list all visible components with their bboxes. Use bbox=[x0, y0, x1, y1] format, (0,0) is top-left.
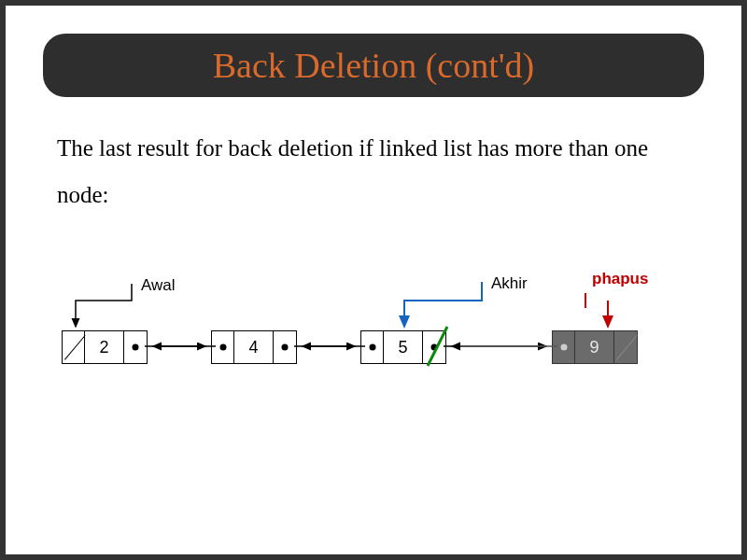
linked-list-diagram: Awal Akhir phapus 2 4 5 9 bbox=[57, 314, 711, 426]
slide-title: Back Deletion (cont'd) bbox=[213, 46, 535, 85]
title-bar: Back Deletion (cont'd) bbox=[43, 34, 704, 97]
body-text: The last result for back deletion if lin… bbox=[57, 125, 690, 218]
label-awal: Awal bbox=[141, 276, 176, 295]
label-phapus: phapus bbox=[592, 270, 648, 288]
arrows bbox=[57, 314, 711, 426]
slide: Back Deletion (cont'd) The last result f… bbox=[0, 0, 747, 560]
label-akhir: Akhir bbox=[491, 274, 528, 293]
